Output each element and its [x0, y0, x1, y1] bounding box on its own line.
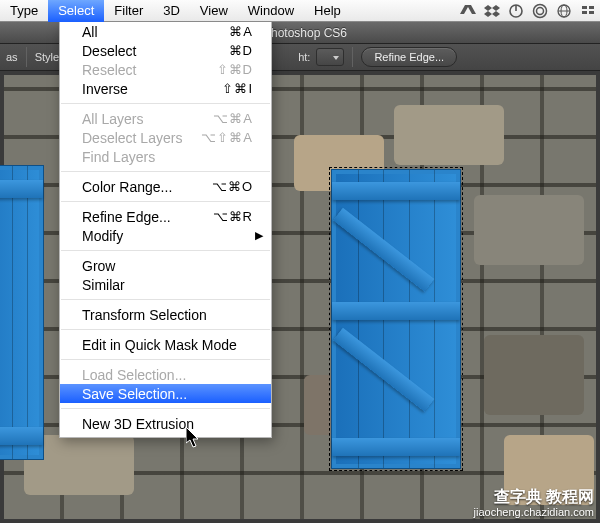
- dropbox-icon[interactable]: [484, 3, 500, 19]
- menu-item-edit-in-quick-mask-mode[interactable]: Edit in Quick Mask Mode: [60, 335, 271, 354]
- menu-item-label: Save Selection...: [82, 386, 253, 402]
- refine-edge-button[interactable]: Refine Edge...: [361, 47, 457, 67]
- menu-item-transform-selection[interactable]: Transform Selection: [60, 305, 271, 324]
- menu-item-shortcut: ⌘A: [229, 24, 253, 39]
- svg-marker-1: [484, 5, 492, 11]
- menu-item-label: Load Selection...: [82, 367, 253, 383]
- watermark: 查字典 教程网 jiaocheng.chazidian.com: [474, 488, 594, 519]
- menu-help[interactable]: Help: [304, 0, 351, 22]
- menu-view[interactable]: View: [190, 0, 238, 22]
- options-as-label: as: [6, 51, 18, 63]
- notifications-icon[interactable]: [580, 3, 596, 19]
- menu-item-shortcut: ⌥⌘A: [213, 111, 253, 126]
- svg-rect-13: [589, 6, 594, 9]
- menu-item-grow[interactable]: Grow: [60, 256, 271, 275]
- shutter-left: [0, 165, 44, 460]
- menu-item-label: Modify: [82, 228, 253, 244]
- watermark-line1: 查字典 教程网: [474, 488, 594, 506]
- macos-menubar: Type Select Filter 3D View Window Help: [0, 0, 600, 22]
- menu-separator: [61, 250, 270, 251]
- cursor-pointer: [186, 427, 202, 449]
- creative-cloud-icon[interactable]: [532, 3, 548, 19]
- menu-item-new-3d-extrusion[interactable]: New 3D Extrusion: [60, 414, 271, 433]
- menubar-status-icons: [460, 0, 596, 22]
- menu-item-load-selection: Load Selection...: [60, 365, 271, 384]
- menu-item-label: Color Range...: [82, 179, 212, 195]
- menu-separator: [61, 103, 270, 104]
- menu-item-label: New 3D Extrusion: [82, 416, 253, 432]
- svg-point-8: [537, 8, 544, 15]
- menu-3d[interactable]: 3D: [153, 0, 190, 22]
- menu-item-similar[interactable]: Similar: [60, 275, 271, 294]
- menu-item-label: Deselect: [82, 43, 229, 59]
- svg-marker-4: [492, 11, 500, 17]
- menu-item-label: Find Layers: [82, 149, 253, 165]
- menu-item-save-selection[interactable]: Save Selection...: [60, 384, 271, 403]
- menu-item-label: Refine Edge...: [82, 209, 213, 225]
- menu-item-deselect[interactable]: Deselect⌘D: [60, 41, 271, 60]
- menu-item-shortcut: ⌥⌘R: [213, 209, 253, 224]
- menu-item-label: Inverse: [82, 81, 222, 97]
- menu-item-label: Edit in Quick Mask Mode: [82, 337, 253, 353]
- menu-separator: [61, 171, 270, 172]
- menu-filter[interactable]: Filter: [104, 0, 153, 22]
- svg-rect-15: [589, 11, 594, 14]
- menu-item-all-layers: All Layers⌥⌘A: [60, 109, 271, 128]
- power-icon[interactable]: [508, 3, 524, 19]
- menu-separator: [61, 408, 270, 409]
- globe-icon[interactable]: [556, 3, 572, 19]
- menu-item-shortcut: ⌘D: [229, 43, 253, 58]
- height-dropdown[interactable]: [316, 48, 344, 66]
- menu-type[interactable]: Type: [0, 0, 48, 22]
- menu-item-shortcut: ⇧⌘D: [217, 62, 253, 77]
- menu-item-label: Reselect: [82, 62, 217, 78]
- svg-marker-16: [186, 427, 198, 447]
- svg-marker-2: [492, 5, 500, 11]
- menu-item-label: All: [82, 24, 229, 40]
- watermark-line2: jiaocheng.chazidian.com: [474, 506, 594, 519]
- menu-separator: [61, 329, 270, 330]
- menu-item-shortcut: ⌥⌘O: [212, 179, 253, 194]
- menu-item-label: Grow: [82, 258, 253, 274]
- submenu-arrow-icon: ▶: [255, 229, 263, 242]
- options-ht-label: ht:: [298, 51, 310, 63]
- svg-rect-14: [582, 11, 587, 14]
- menu-item-label: Similar: [82, 277, 253, 293]
- menu-item-deselect-layers: Deselect Layers⌥⇧⌘A: [60, 128, 271, 147]
- menu-item-shortcut: ⇧⌘I: [222, 81, 253, 96]
- menu-separator: [61, 299, 270, 300]
- menu-separator: [61, 359, 270, 360]
- menu-separator: [61, 201, 270, 202]
- menu-item-inverse[interactable]: Inverse⇧⌘I: [60, 79, 271, 98]
- menu-item-modify[interactable]: Modify▶: [60, 226, 271, 245]
- svg-marker-3: [484, 11, 492, 17]
- menu-item-label: Deselect Layers: [82, 130, 201, 146]
- selection-marquee[interactable]: [329, 167, 463, 471]
- menu-window[interactable]: Window: [238, 0, 304, 22]
- svg-point-7: [534, 5, 547, 18]
- menu-item-find-layers: Find Layers: [60, 147, 271, 166]
- svg-marker-0: [460, 5, 476, 14]
- svg-rect-12: [582, 6, 587, 9]
- menu-item-label: All Layers: [82, 111, 213, 127]
- menu-select[interactable]: Select: [48, 0, 104, 22]
- menu-item-color-range[interactable]: Color Range...⌥⌘O: [60, 177, 271, 196]
- select-menu-dropdown[interactable]: All⌘ADeselect⌘DReselect⇧⌘DInverse⇧⌘IAll …: [59, 22, 272, 438]
- menu-item-reselect: Reselect⇧⌘D: [60, 60, 271, 79]
- menu-item-refine-edge[interactable]: Refine Edge...⌥⌘R: [60, 207, 271, 226]
- menu-item-all[interactable]: All⌘A: [60, 22, 271, 41]
- gdrive-icon[interactable]: [460, 3, 476, 19]
- menu-item-label: Transform Selection: [82, 307, 253, 323]
- menu-item-shortcut: ⌥⇧⌘A: [201, 130, 253, 145]
- options-style-label: Style:: [35, 51, 63, 63]
